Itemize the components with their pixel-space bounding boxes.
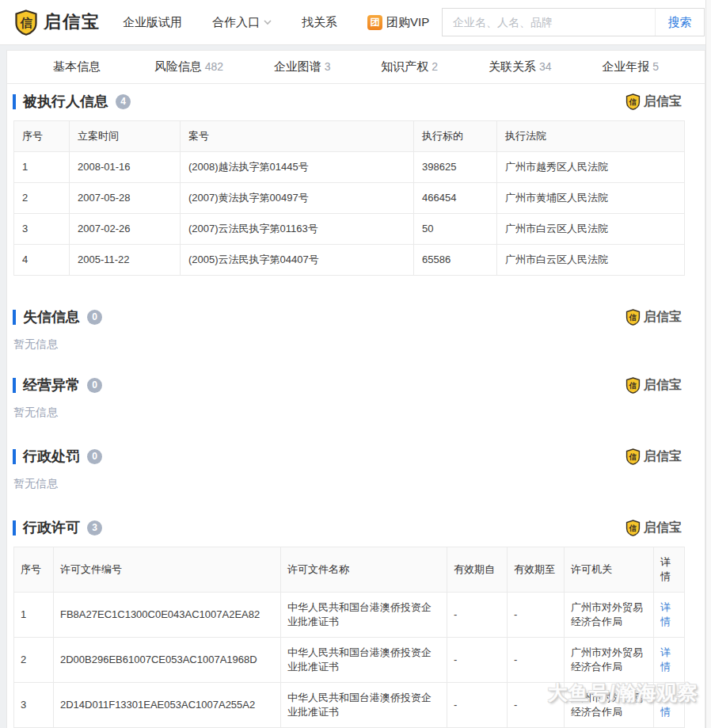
- brand-logo[interactable]: 信 启信宝: [14, 10, 101, 36]
- nav-enterprise-trial[interactable]: 企业版试用: [123, 15, 182, 30]
- table-cell: 2007-05-28: [70, 183, 181, 214]
- table-header-row: 序号许可文件编号许可文件名称有效期自有效期至许可机关详情: [14, 547, 685, 593]
- column-header: 有效期至: [508, 547, 565, 593]
- table-cell: 中华人民共和国台港澳侨投资企业批准证书: [281, 683, 447, 728]
- table-cell: -: [508, 638, 565, 683]
- table-cell: 广州市越秀区人民法院: [497, 152, 685, 183]
- table-cell: (2007)云法民执字第01163号: [181, 214, 414, 245]
- table-header-row: 序号立案时间案号执行标的执行法院: [14, 121, 685, 152]
- nav-groupbuy-vip[interactable]: 团 团购VIP: [367, 15, 429, 30]
- section-accent-bar: [13, 449, 16, 464]
- empty-state-text: 暂无信息: [13, 337, 699, 352]
- table-cell: 1: [14, 593, 54, 638]
- table-row: 1FB8A27EC1C1300C0E043AC1007A2EA82中华人民共和国…: [14, 593, 685, 638]
- count-badge: 0: [87, 449, 102, 464]
- table-cell: 详情: [654, 593, 685, 638]
- column-header: 序号: [14, 547, 54, 593]
- table-cell: 3: [14, 683, 54, 728]
- section-header-dishonest: 失信信息 0 信 启信宝: [13, 307, 699, 326]
- table-cell: 2008-01-16: [70, 152, 181, 183]
- groupbuy-icon: 团: [367, 15, 382, 30]
- table-cell: 2007-02-26: [70, 214, 181, 245]
- section-header-penalty: 行政处罚 0 信 启信宝: [13, 447, 699, 466]
- tab-company-graph[interactable]: 企业图谱3: [274, 59, 331, 74]
- table-cell: 2D00B296EB61007CE053AC1007A1968D: [54, 638, 281, 683]
- column-header: 序号: [14, 121, 70, 152]
- section-header-license: 行政许可 3 信 启信宝: [13, 518, 699, 537]
- tab-risk-info[interactable]: 风险信息482: [154, 59, 223, 74]
- qixinbao-watermark-logo: 信 启信宝: [625, 520, 682, 536]
- table-cell: -: [447, 683, 508, 728]
- table-cell: (2008)越法执字第01445号: [181, 152, 414, 183]
- table-row: 22D00B296EB61007CE053AC1007A1968D中华人民共和国…: [14, 638, 685, 683]
- column-header: 许可文件名称: [281, 547, 447, 593]
- table-row: 32007-02-26(2007)云法民执字第01163号50广州市白云区人民法…: [14, 214, 685, 245]
- search-input[interactable]: [443, 16, 655, 29]
- column-header: 执行法院: [497, 121, 685, 152]
- qixinbao-watermark-logo: 信 启信宝: [625, 93, 682, 110]
- scrollbar-track[interactable]: [705, 0, 711, 728]
- table-cell: 广州市对外贸易经济合作局: [565, 638, 654, 683]
- qixinbao-shield-icon: 信: [14, 10, 38, 36]
- table-cell: -: [447, 593, 508, 638]
- page-watermark: 大鱼号/瀚海观察: [548, 680, 698, 706]
- section-accent-bar: [13, 94, 16, 109]
- table-cell: 广州市对外贸易经济合作局: [565, 593, 654, 638]
- table-cell: 1: [14, 152, 70, 183]
- table-cell: 详情: [654, 638, 685, 683]
- table-cell: 65586: [414, 245, 497, 276]
- column-header: 许可机关: [565, 547, 654, 593]
- tab-related-relations[interactable]: 关联关系34: [489, 59, 552, 74]
- search-button[interactable]: 搜索: [655, 9, 704, 36]
- column-header: 详情: [654, 547, 685, 593]
- table-row: 22007-05-28(2007)黄法执字第00497号466454广州市黄埔区…: [14, 183, 685, 214]
- qixinbao-watermark-logo: 信 启信宝: [625, 377, 682, 394]
- tab-annual-report[interactable]: 企业年报5: [602, 59, 659, 74]
- table-cell: 中华人民共和国台港澳侨投资企业批准证书: [281, 593, 447, 638]
- section-header-abnormal: 经营异常 0 信 启信宝: [13, 375, 699, 394]
- section-title: 失信信息: [23, 307, 80, 326]
- page-content: 被执行人信息 4 信 启信宝 序号立案时间案号执行标的执行法院 12008-01…: [7, 92, 705, 728]
- empty-state-text: 暂无信息: [13, 477, 699, 491]
- top-nav: 企业版试用 合作入口 找关系 团 团购VIP: [123, 15, 429, 30]
- nav-find-relation[interactable]: 找关系: [302, 15, 337, 30]
- table-cell: 广州市白云区人民法院: [497, 245, 685, 276]
- column-header: 立案时间: [70, 121, 181, 152]
- table-cell: 3: [14, 214, 70, 245]
- column-header: 有效期自: [447, 547, 508, 593]
- detail-link[interactable]: 详情: [660, 646, 671, 673]
- table-cell: 广州市黄埔区人民法院: [497, 183, 685, 214]
- table-cell: FB8A27EC1C1300C0E043AC1007A2EA82: [54, 593, 281, 638]
- svg-text:信: 信: [20, 16, 33, 30]
- table-cell: 50: [414, 214, 497, 245]
- svg-text:信: 信: [629, 452, 637, 461]
- section-accent-bar: [13, 310, 16, 325]
- table-cell: 2D14D011F13301EAE053AC1007A255A2: [54, 683, 281, 728]
- section-accent-bar: [13, 378, 16, 393]
- detail-link[interactable]: 详情: [660, 601, 671, 627]
- tab-basic-info[interactable]: 基本信息: [53, 59, 104, 74]
- table-row: 12008-01-16(2008)越法执字第01445号398625广州市越秀区…: [14, 152, 685, 183]
- table-cell: 398625: [414, 152, 497, 183]
- section-accent-bar: [13, 520, 16, 536]
- chevron-down-icon: [264, 18, 272, 26]
- svg-text:信: 信: [629, 97, 637, 106]
- table-cell: 466454: [414, 183, 497, 214]
- top-header: 信 启信宝 企业版试用 合作入口 找关系 团 团购VIP 搜索: [0, 0, 711, 45]
- section-title: 行政处罚: [23, 447, 80, 466]
- tab-intellectual-property[interactable]: 知识产权2: [381, 59, 438, 74]
- brand-name: 启信宝: [44, 10, 101, 34]
- svg-text:信: 信: [629, 381, 637, 390]
- table-cell: -: [447, 638, 508, 683]
- table-cell: -: [508, 593, 565, 638]
- nav-partner-entry[interactable]: 合作入口: [212, 15, 272, 30]
- section-header-executed: 被执行人信息 4 信 启信宝: [13, 92, 699, 111]
- count-badge: 3: [87, 520, 102, 536]
- qixinbao-watermark-logo: 信 启信宝: [625, 448, 682, 465]
- column-header: 执行标的: [414, 121, 497, 152]
- main-card: 基本信息 风险信息482 企业图谱3 知识产权2 关联关系34 企业年报5 被执…: [6, 50, 705, 728]
- search-box: 搜索: [442, 8, 705, 36]
- table-cell: 2: [14, 183, 70, 214]
- table-cell: 2005-11-22: [70, 245, 181, 276]
- svg-text:信: 信: [629, 313, 637, 322]
